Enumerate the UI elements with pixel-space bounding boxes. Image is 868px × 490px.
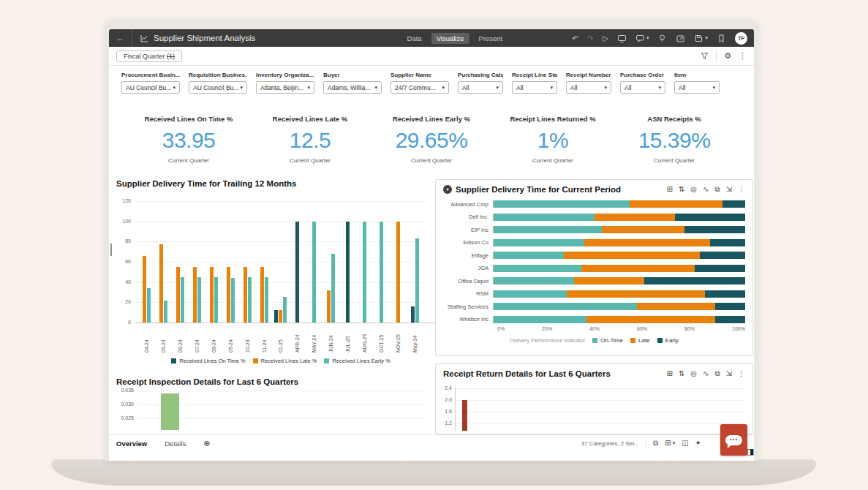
canvas-tab-overview[interactable]: Overview bbox=[116, 440, 147, 448]
filter-select[interactable]: All▾ bbox=[674, 81, 720, 94]
supplier-row[interactable]: RSM bbox=[443, 290, 745, 298]
bar-segment[interactable] bbox=[586, 316, 714, 323]
expand-icon[interactable]: ⇲ bbox=[726, 370, 732, 377]
bar[interactable] bbox=[210, 267, 214, 323]
bar-group[interactable] bbox=[339, 201, 356, 323]
target-icon[interactable]: ◎ bbox=[690, 186, 697, 193]
filter-select[interactable]: AU Council Bu...▾ bbox=[121, 81, 180, 94]
bar-group[interactable] bbox=[356, 201, 373, 323]
legend-item[interactable]: Received Lines On Time % bbox=[171, 358, 245, 364]
bar[interactable] bbox=[260, 267, 264, 323]
bar-segment[interactable] bbox=[494, 316, 586, 323]
chart-type-icon[interactable]: ∿ bbox=[703, 186, 709, 193]
bar[interactable] bbox=[214, 277, 218, 323]
bar-segment[interactable] bbox=[595, 214, 675, 221]
panel-toggle-icon[interactable]: ◨ bbox=[747, 447, 754, 456]
bar[interactable] bbox=[279, 310, 282, 323]
bar-group[interactable] bbox=[289, 201, 306, 323]
present-monitor-icon[interactable] bbox=[617, 34, 627, 43]
save-icon[interactable] bbox=[694, 34, 703, 43]
bar-group[interactable] bbox=[273, 201, 290, 323]
bar[interactable] bbox=[331, 254, 335, 323]
bar-segment[interactable] bbox=[494, 239, 584, 246]
bar[interactable] bbox=[159, 244, 163, 323]
comment-icon[interactable] bbox=[635, 34, 645, 43]
bar[interactable] bbox=[197, 277, 201, 323]
bar-segment[interactable] bbox=[684, 226, 745, 233]
bar-segment[interactable] bbox=[675, 214, 745, 221]
bar[interactable] bbox=[274, 310, 278, 323]
play-icon[interactable]: ▷ bbox=[603, 34, 608, 42]
bar[interactable] bbox=[312, 222, 316, 323]
bar-segment[interactable] bbox=[695, 265, 745, 272]
bar-group[interactable] bbox=[155, 201, 172, 323]
bar[interactable] bbox=[193, 267, 197, 323]
sort-icon[interactable]: ⇅ bbox=[679, 186, 684, 193]
filter-select[interactable]: AU Council Bu...▾ bbox=[189, 81, 247, 94]
bar-segment[interactable] bbox=[715, 303, 745, 310]
bar-group[interactable] bbox=[172, 201, 189, 323]
user-avatar[interactable]: TF bbox=[735, 32, 747, 45]
bar-segment[interactable] bbox=[564, 252, 700, 259]
canvas-tab-details[interactable]: Details bbox=[165, 440, 186, 448]
bar-segment[interactable] bbox=[710, 239, 745, 246]
filter-badge-icon[interactable]: ▼ bbox=[443, 185, 452, 194]
fiscal-quarter-filter-chip[interactable]: Fiscal Quarter (1) bbox=[116, 50, 182, 62]
bar-segment[interactable] bbox=[705, 290, 745, 298]
bar-group[interactable] bbox=[138, 201, 155, 323]
bar[interactable] bbox=[327, 290, 331, 323]
filter-select[interactable]: All▾ bbox=[512, 81, 557, 94]
bar-segment[interactable] bbox=[494, 277, 574, 284]
tab-data[interactable]: Data bbox=[402, 33, 427, 44]
bar-segment[interactable] bbox=[602, 226, 685, 233]
bar-group[interactable] bbox=[407, 201, 423, 323]
bar-segment[interactable] bbox=[494, 290, 567, 298]
bar-segment[interactable] bbox=[637, 303, 715, 310]
bar[interactable] bbox=[411, 306, 415, 323]
bar-segment[interactable] bbox=[494, 265, 581, 272]
bar[interactable] bbox=[380, 222, 383, 323]
supplier-row[interactable]: Edison Co bbox=[443, 239, 745, 246]
bookmark-icon[interactable] bbox=[717, 34, 726, 43]
supplier-row[interactable]: Dell Inc. bbox=[443, 214, 745, 221]
bar[interactable] bbox=[346, 222, 350, 323]
bar[interactable] bbox=[396, 222, 400, 323]
bar[interactable] bbox=[462, 400, 467, 431]
bar-group[interactable] bbox=[390, 201, 407, 323]
bar[interactable] bbox=[164, 301, 167, 323]
bar[interactable] bbox=[283, 297, 287, 323]
bar[interactable] bbox=[161, 393, 179, 430]
bar-group[interactable] bbox=[256, 201, 273, 323]
export-icon[interactable]: ⧉ bbox=[714, 370, 720, 377]
tab-visualize[interactable]: Visualize bbox=[431, 33, 469, 44]
bar-segment[interactable] bbox=[567, 290, 705, 298]
grid-icon[interactable]: ⊞ bbox=[667, 370, 673, 377]
bar-segment[interactable] bbox=[494, 214, 595, 221]
open-window-icon[interactable] bbox=[676, 34, 685, 43]
insights-bulb-icon[interactable] bbox=[657, 34, 667, 43]
kebab-menu-icon[interactable]: ⋮ bbox=[738, 370, 745, 377]
filter-funnel-icon[interactable] bbox=[701, 52, 709, 60]
legend-item[interactable]: Received Lines Late % bbox=[253, 358, 317, 364]
legend-item[interactable]: Early bbox=[657, 337, 679, 344]
bar[interactable] bbox=[143, 256, 146, 323]
filter-select[interactable]: All▾ bbox=[458, 81, 503, 94]
bar-segment[interactable] bbox=[644, 277, 745, 284]
supplier-row[interactable]: Office Depot bbox=[443, 277, 745, 284]
bar-group[interactable] bbox=[373, 201, 390, 323]
bar-segment[interactable] bbox=[494, 303, 637, 310]
bar-segment[interactable] bbox=[494, 200, 630, 208]
filter-select[interactable]: Atlanta, Beijin...▾ bbox=[256, 81, 314, 94]
export-icon[interactable]: ⧉ bbox=[714, 186, 720, 193]
bar-group[interactable] bbox=[322, 201, 339, 323]
filter-select[interactable]: All▾ bbox=[620, 81, 665, 94]
bar-segment[interactable] bbox=[581, 265, 695, 272]
auto-insights-spark-icon[interactable]: ✦ bbox=[695, 440, 701, 447]
scrollbar-handle[interactable] bbox=[110, 244, 112, 256]
bar[interactable] bbox=[176, 267, 180, 323]
bar[interactable] bbox=[415, 238, 419, 323]
bar[interactable] bbox=[181, 277, 184, 323]
bar-segment[interactable] bbox=[722, 200, 745, 208]
back-button[interactable]: ← bbox=[109, 29, 132, 47]
filter-select[interactable]: Adams, Willia...▾ bbox=[323, 81, 382, 94]
